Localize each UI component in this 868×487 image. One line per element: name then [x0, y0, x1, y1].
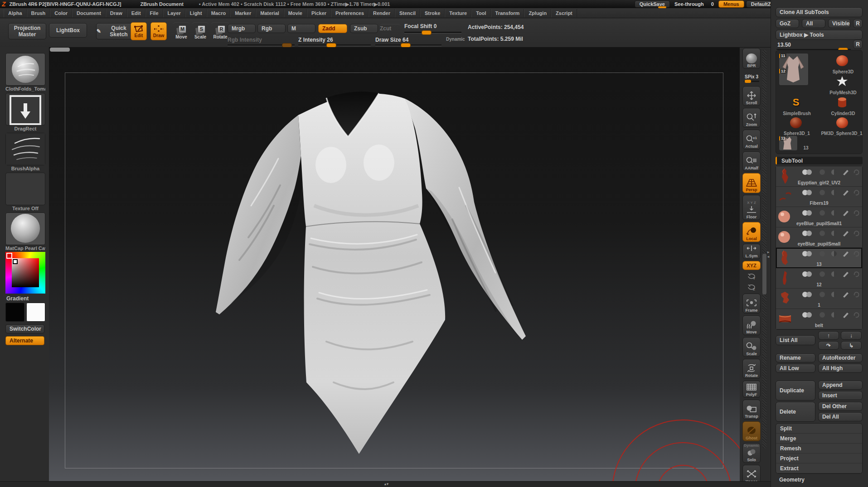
subtool-row-belt[interactable]: belt [776, 309, 862, 329]
subtool-row-13[interactable]: 13 [776, 248, 862, 268]
del-all-button[interactable]: Del All [818, 412, 863, 421]
visibility-eye-icon[interactable] [802, 251, 816, 256]
shelf-ghost-button[interactable]: Ghost [742, 421, 761, 441]
visibility-eye-icon[interactable] [802, 312, 816, 318]
menu-light[interactable]: Light [185, 9, 207, 17]
tool-thumb-simplebrush[interactable]: S [787, 96, 805, 109]
menu-color[interactable]: Color [50, 9, 72, 17]
uv-icon[interactable] [831, 190, 837, 195]
shelf-rotz-button[interactable]: Z [742, 283, 761, 292]
draw-size-slider[interactable] [375, 44, 441, 46]
mrgb-button[interactable]: Mrgb [228, 24, 256, 33]
left-tray-brush[interactable]: ClothFolds_Tomato [5, 53, 45, 92]
visibility-eye-icon[interactable] [802, 190, 816, 195]
document-canvas[interactable] [49, 47, 740, 481]
bottom-divider-arrows[interactable]: ▴▾ [384, 482, 389, 486]
brush-thumbnail[interactable] [5, 53, 45, 86]
zsub-button[interactable]: Zsub [350, 24, 378, 33]
goz-button[interactable]: GoZ [776, 19, 799, 28]
shelf-transp-button[interactable]: Transp [742, 400, 761, 419]
rename-button[interactable]: Rename [776, 353, 815, 362]
switch-color-button[interactable]: SwitchColor [5, 324, 44, 333]
sv-selector[interactable] [13, 259, 18, 264]
split-button[interactable]: Split [776, 424, 862, 434]
tool-thumb-pm3d-sphere3d-1[interactable] [833, 116, 851, 129]
hue-selector[interactable] [6, 253, 12, 259]
sculpt-brush-icon[interactable] [842, 230, 849, 236]
polypaint-icon[interactable] [820, 210, 825, 216]
tool-size-r-button[interactable]: R [853, 40, 863, 49]
sculpt-brush-icon[interactable] [842, 271, 849, 277]
duplicate-button[interactable]: Duplicate [776, 381, 815, 400]
shelf-roty-button[interactable]: Y [742, 272, 761, 281]
tray-divider-arrows[interactable]: ▸◂ [767, 250, 769, 259]
dynamic-label[interactable]: Dynamic [446, 37, 465, 42]
menu-marker[interactable]: Marker [230, 9, 256, 17]
subtool-row-1[interactable]: 1 [776, 289, 862, 309]
texture-thumbnail[interactable] [5, 173, 45, 205]
autoreorder-button[interactable]: AutoReorder [818, 353, 863, 362]
shelf-polyf-button[interactable]: PolyF [742, 381, 761, 398]
menu-texture[interactable]: Texture [445, 9, 471, 17]
subtool-down-button[interactable]: ↓ [841, 331, 862, 340]
color-picker[interactable] [5, 252, 45, 294]
append-button[interactable]: Append [818, 381, 863, 390]
uv-icon[interactable] [831, 271, 837, 277]
canvas-scroll-handle[interactable] [50, 48, 70, 52]
shelf-persp-button[interactable]: Persp [742, 173, 761, 193]
goz-all-button[interactable]: All [802, 19, 825, 28]
left-tray-texture[interactable]: Texture Off [5, 173, 45, 211]
remesh-loop-icon[interactable] [853, 312, 860, 318]
menu-preferences[interactable]: Preferences [331, 9, 369, 17]
menu-edit[interactable]: Edit [127, 9, 145, 17]
menu-render[interactable]: Render [369, 9, 395, 17]
remesh-loop-icon[interactable] [853, 291, 860, 298]
move-button[interactable]: M Move [173, 22, 189, 42]
alpha-thumbnail[interactable] [5, 133, 45, 165]
alternate-button[interactable]: Alternate [5, 336, 44, 345]
left-tray-alpha[interactable]: BrushAlpha [5, 133, 45, 171]
sculpt-model-dress[interactable] [212, 70, 557, 459]
menu-tool[interactable]: Tool [471, 9, 490, 17]
sculpt-brush-icon[interactable] [842, 189, 849, 196]
z-intensity-slider[interactable] [298, 44, 371, 46]
scale-button[interactable]: S Scale [192, 22, 209, 42]
edit-button[interactable]: Edit [131, 22, 147, 40]
visibility-eye-icon[interactable] [802, 169, 816, 175]
remesh-loop-icon[interactable] [853, 251, 860, 257]
shelf-l-sym-button[interactable]: L.Sym [742, 244, 761, 259]
all-low-button[interactable]: All Low [776, 364, 815, 373]
visibility-eye-icon[interactable] [802, 271, 816, 277]
menu-brush[interactable]: Brush [27, 9, 50, 17]
main-color-swatch[interactable] [5, 303, 24, 322]
remesh-loop-icon[interactable] [853, 169, 860, 175]
rgb-button[interactable]: Rgb [257, 24, 286, 33]
tool-thumb-dress-large[interactable]: 1112 [779, 53, 809, 86]
polypaint-icon[interactable] [820, 169, 825, 175]
goz-visible-button[interactable]: Visible [828, 19, 851, 28]
menu-macro[interactable]: Macro [207, 9, 230, 17]
list-all-button[interactable]: List All [776, 335, 815, 345]
subtool-row-12[interactable]: 12 [776, 268, 862, 289]
subtool-section-header[interactable]: SubTool [776, 157, 863, 164]
all-high-button[interactable]: All High [818, 364, 863, 373]
menu-material[interactable]: Material [256, 9, 284, 17]
polypaint-icon[interactable] [820, 292, 825, 297]
menus-toggle-button[interactable]: Menus [718, 0, 744, 8]
zcut-button[interactable]: Zcut [380, 24, 401, 33]
m-button[interactable]: M [287, 24, 315, 33]
left-tray-matcap[interactable]: MatCap Pearl Cav [5, 212, 45, 251]
sculpt-brush-icon[interactable] [842, 210, 849, 216]
polypaint-icon[interactable] [820, 312, 825, 318]
dragrect-thumbnail[interactable] [5, 93, 45, 125]
focal-shift-slider[interactable] [404, 32, 461, 34]
shelf-floor-button[interactable]: X Y ZFloor [742, 195, 761, 220]
menu-layer[interactable]: Layer [163, 9, 185, 17]
remesh-loop-icon[interactable] [853, 189, 860, 196]
rotate-button[interactable]: R Rotate [211, 22, 229, 42]
subtool-up-button[interactable]: ↑ [818, 331, 839, 340]
shelf-rotate-button[interactable]: Rotate [742, 359, 761, 379]
polypaint-icon[interactable] [820, 231, 825, 236]
visibility-eye-icon[interactable] [802, 231, 816, 236]
del-other-button[interactable]: Del Other [818, 402, 863, 411]
